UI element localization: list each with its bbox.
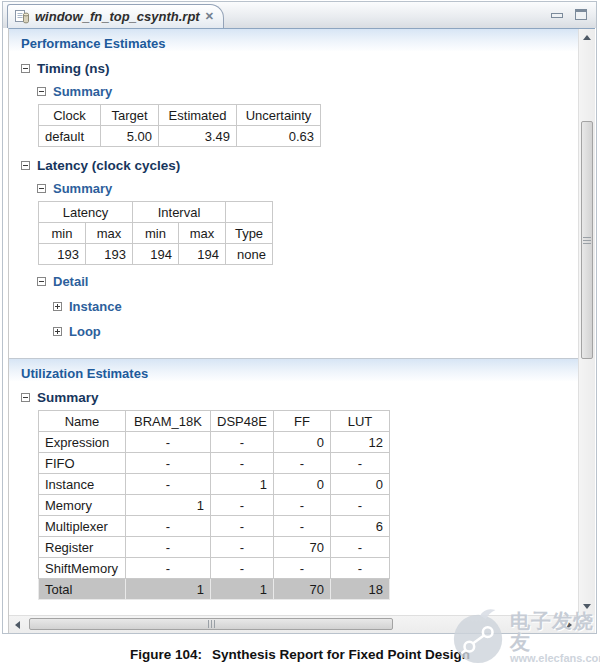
table-row: Multiplexer---6: [39, 516, 390, 537]
table-cell: 6: [331, 516, 390, 537]
table-cell: 12: [331, 432, 390, 453]
table-cell: Multiplexer: [39, 516, 126, 537]
scroll-up-button[interactable]: [579, 29, 595, 46]
collapse-icon[interactable]: [37, 277, 46, 286]
section-timing[interactable]: Timing (ns): [9, 61, 578, 75]
tab-title: window_fn_top_csynth.rpt: [35, 9, 200, 24]
table-cell: -: [274, 516, 331, 537]
table-cell: -: [211, 453, 274, 474]
column-header: max: [179, 223, 226, 244]
column-header: FF: [274, 411, 331, 432]
section-latency-summary[interactable]: Summary: [9, 181, 578, 195]
view-controls: [551, 9, 596, 20]
collapse-icon[interactable]: [37, 184, 46, 193]
performance-estimates-title: Performance Estimates: [21, 36, 166, 51]
scroll-left-button[interactable]: [9, 616, 26, 633]
header-row: NameBRAM_18KDSP48EFFLUT: [39, 411, 390, 432]
table-cell: -: [274, 453, 331, 474]
arrow-down-icon: [583, 604, 591, 609]
table-cell: -: [211, 495, 274, 516]
table-cell: 1: [211, 474, 274, 495]
horizontal-scrollbar-thumb[interactable]: [29, 618, 393, 630]
scrollbar-corner: [578, 615, 595, 633]
arrow-right-icon: [567, 621, 572, 629]
column-header: min: [39, 223, 86, 244]
table-cell: -: [126, 453, 211, 474]
column-header: [226, 202, 273, 223]
table-row: Memory1---: [39, 495, 390, 516]
arrow-up-icon: [583, 35, 591, 40]
section-detail-loop[interactable]: Loop: [9, 324, 578, 338]
table-cell: -: [331, 537, 390, 558]
column-header: Estimated: [159, 105, 237, 126]
table-cell: 194: [133, 244, 179, 265]
report-file-icon: [14, 9, 30, 24]
minimize-icon[interactable]: [551, 9, 563, 18]
figure-caption: Figure 104:Synthesis Report for Fixed Po…: [0, 647, 600, 662]
table-cell: -: [274, 495, 331, 516]
column-header: BRAM_18K: [126, 411, 211, 432]
table-row: FIFO----: [39, 453, 390, 474]
table-cell: 0: [331, 474, 390, 495]
table-cell: 1: [126, 579, 211, 600]
section-detail-instance[interactable]: Instance: [9, 299, 578, 313]
expand-icon[interactable]: [53, 302, 62, 311]
tab-window-fn-top-csynth[interactable]: window_fn_top_csynth.rpt ✕: [7, 4, 224, 28]
table-cell: 193: [86, 244, 133, 265]
collapse-icon[interactable]: [37, 87, 46, 96]
latency-title: Latency (clock cycles): [37, 158, 180, 173]
figure-caption-label: Figure 104:: [130, 647, 202, 662]
section-latency-detail[interactable]: Detail: [9, 274, 578, 288]
table-row: Register--70-: [39, 537, 390, 558]
column-header: Uncertainty: [237, 105, 321, 126]
horizontal-scrollbar-track[interactable]: [26, 616, 561, 633]
collapse-icon[interactable]: [21, 393, 30, 402]
table-cell: -: [211, 558, 274, 579]
group-header-row: LatencyInterval: [39, 202, 273, 223]
timing-summary-label: Summary: [53, 84, 112, 99]
collapse-icon[interactable]: [21, 161, 30, 170]
latency-summary-label: Summary: [53, 181, 112, 196]
report-editor-window: window_fn_top_csynth.rpt ✕ Performance E…: [2, 1, 597, 634]
vertical-scrollbar-thumb[interactable]: [581, 121, 593, 359]
tab-close-icon[interactable]: ✕: [205, 11, 214, 22]
table-cell: 18: [331, 579, 390, 600]
scroll-right-button[interactable]: [561, 616, 578, 633]
table-cell: Total: [39, 579, 126, 600]
column-header: Interval: [133, 202, 226, 223]
column-header: Type: [226, 223, 273, 244]
section-latency[interactable]: Latency (clock cycles): [9, 158, 578, 172]
column-header: max: [86, 223, 133, 244]
horizontal-scrollbar[interactable]: [9, 615, 578, 633]
section-utilization-summary[interactable]: Summary: [9, 390, 578, 404]
table-cell: -: [126, 558, 211, 579]
expand-icon[interactable]: [53, 327, 62, 336]
utilization-summary-label: Summary: [37, 390, 99, 405]
timing-summary-table: ClockTargetEstimatedUncertaintydefault5.…: [38, 104, 321, 147]
performance-estimates-header: Performance Estimates: [9, 29, 578, 51]
table-cell: -: [331, 558, 390, 579]
instance-label: Instance: [69, 299, 122, 314]
table-cell: -: [211, 432, 274, 453]
table-cell: 1: [126, 495, 211, 516]
editor-tab-bar: window_fn_top_csynth.rpt ✕: [3, 2, 596, 28]
maximize-icon[interactable]: [575, 9, 587, 20]
header-row: minmaxminmaxType: [39, 223, 273, 244]
table-cell: none: [226, 244, 273, 265]
detail-label: Detail: [53, 274, 88, 289]
table-cell: ShiftMemory: [39, 558, 126, 579]
column-header: Clock: [39, 105, 101, 126]
utilization-summary-table: NameBRAM_18KDSP48EFFLUTExpression--012FI…: [38, 410, 390, 600]
table-cell: -: [274, 558, 331, 579]
table-cell: -: [331, 495, 390, 516]
section-timing-summary[interactable]: Summary: [9, 84, 578, 98]
collapse-icon[interactable]: [21, 64, 30, 73]
total-row: Total117018: [39, 579, 390, 600]
report-scroll-area: Performance Estimates Timing (ns) Summar…: [9, 29, 578, 615]
vertical-scrollbar[interactable]: [578, 29, 595, 615]
table-cell: -: [211, 537, 274, 558]
table-cell: 0.63: [237, 126, 321, 147]
scroll-down-button[interactable]: [579, 598, 595, 615]
report-content: Performance Estimates Timing (ns) Summar…: [8, 28, 595, 633]
table-cell: 0: [274, 432, 331, 453]
